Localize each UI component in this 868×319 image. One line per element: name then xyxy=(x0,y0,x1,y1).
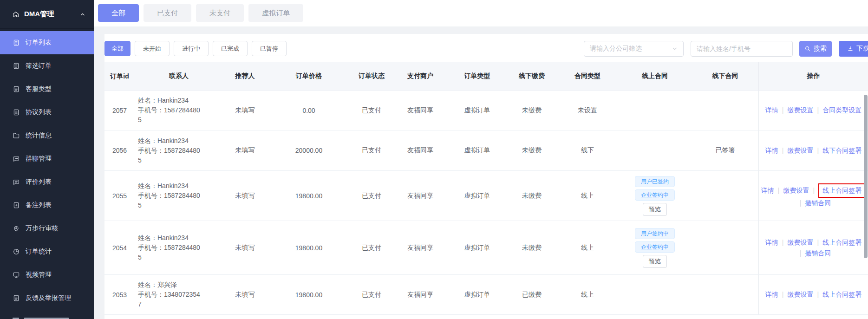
sidebar-item-群聊管理[interactable]: 群聊管理 xyxy=(0,147,94,170)
filter-button-全部[interactable]: 全部 xyxy=(104,41,131,56)
tab-虚拟订单[interactable]: 虚拟订单 xyxy=(248,4,303,22)
action-line: 详情|缴费设置|线上合同签署 xyxy=(765,237,861,248)
search-button[interactable]: 搜索 xyxy=(799,41,832,57)
offline-contract-cell: 已签署 xyxy=(692,130,758,170)
status-badge: 企业签约中 xyxy=(635,189,675,201)
action-link-缴费设置[interactable]: 缴费设置 xyxy=(788,289,814,300)
action-link-详情[interactable]: 详情 xyxy=(765,105,778,116)
status-cell: 已支付 xyxy=(351,275,392,314)
action-link-撤销合同[interactable]: 撤销合同 xyxy=(805,248,831,259)
contact-cell: 姓名：Hankin234手机号：15872844805 xyxy=(135,221,223,274)
tab-未支付[interactable]: 未支付 xyxy=(196,4,244,22)
chevron-up-icon xyxy=(79,11,86,18)
referrer-cell: 未填写 xyxy=(223,221,267,274)
sidebar-item-筛选订单[interactable]: 筛选订单 xyxy=(0,54,94,78)
sidebar-item-label: 视频管理 xyxy=(26,271,52,279)
contact-cell: 姓名：Hankin234手机号：15872844805 xyxy=(135,171,223,221)
action-link-线上合同签署[interactable]: 线上合同签署 xyxy=(822,289,861,300)
status-cell: 已支付 xyxy=(351,91,392,130)
sidebar-item-备注列表[interactable]: 备注列表 xyxy=(0,194,94,217)
table-row: 2055姓名：Hankin234手机号：15872844805未填写19800.… xyxy=(104,171,868,221)
sidebar-item-label: 万步行审核 xyxy=(26,224,58,233)
sidebar-item-反馈及举报管理[interactable]: 反馈及举报管理 xyxy=(0,286,94,310)
sidebar-item-label: 反馈及举报管理 xyxy=(26,294,71,302)
highlight-box: 线上合同签署 xyxy=(818,183,866,198)
action-line: 详情|缴费设置|合同类型设置 xyxy=(765,105,861,116)
sidebar-app-header[interactable]: DMA管理 xyxy=(0,0,94,29)
sidebar-item-视频管理[interactable]: 视频管理 xyxy=(0,263,94,286)
column-header-线下合同: 线下合同 xyxy=(692,62,758,90)
contract-type-cell: 线上 xyxy=(557,221,618,274)
folder-icon xyxy=(13,132,20,139)
sidebar-item-评价列表[interactable]: 评价列表 xyxy=(0,170,94,194)
keyword-input[interactable] xyxy=(691,41,793,57)
action-line: |撤销合同 xyxy=(796,248,831,259)
tab-已支付[interactable]: 已支付 xyxy=(144,4,191,22)
company-filter-select[interactable]: 请输入分公司筛选 xyxy=(584,41,684,57)
preview-button[interactable]: 预览 xyxy=(643,255,667,268)
action-link-缴费设置[interactable]: 缴费设置 xyxy=(788,145,814,156)
filter-button-已暂停[interactable]: 已暂停 xyxy=(252,41,287,56)
actions-cell: 详情|缴费设置|线上合同签署|撤销合同 xyxy=(758,171,868,221)
sidebar-item-label: 订单统计 xyxy=(26,247,52,256)
table-row: 2053姓名：郑兴泽手机号：13480723547未填写19800.00已支付友… xyxy=(104,275,868,315)
order-type-cell: 虚拟订单 xyxy=(448,130,506,170)
action-separator: | xyxy=(817,289,819,300)
filter-button-未开始[interactable]: 未开始 xyxy=(135,41,170,56)
price-cell: 19800.00 xyxy=(267,221,351,274)
action-link-详情[interactable]: 详情 xyxy=(765,237,778,248)
offline-contract-cell xyxy=(692,91,758,130)
order-type-cell: 虚拟订单 xyxy=(448,275,506,314)
offline-contract-cell xyxy=(692,275,758,314)
actions-cell: 详情|缴费设置|线下合同签署 xyxy=(758,130,868,170)
column-header-label: 订单id xyxy=(110,72,130,81)
sidebar-item-订单统计[interactable]: 订单统计 xyxy=(0,240,94,263)
sidebar-item-label: 备注列表 xyxy=(26,201,52,209)
table-row: 2057姓名：Hankin234手机号：15872844805未填写0.00已支… xyxy=(104,91,868,130)
filter-button-进行中[interactable]: 进行中 xyxy=(174,41,209,56)
action-link-线上合同签署[interactable]: 线上合同签署 xyxy=(822,237,861,248)
preview-button[interactable]: 预览 xyxy=(643,203,667,216)
action-separator: | xyxy=(782,289,784,300)
action-link-详情[interactable]: 详情 xyxy=(765,145,778,156)
table-body: 2057姓名：Hankin234手机号：15872844805未填写0.00已支… xyxy=(104,91,868,315)
app-title: DMA管理 xyxy=(24,10,54,19)
online-contract-cell xyxy=(618,130,692,170)
filter-button-已完成[interactable]: 已完成 xyxy=(213,41,248,56)
sidebar-item-订单列表[interactable]: 订单列表 xyxy=(0,31,94,54)
action-link-详情[interactable]: 详情 xyxy=(765,289,778,300)
status-cell: 已支付 xyxy=(351,171,392,221)
action-link-详情[interactable]: 详情 xyxy=(761,185,774,196)
action-link-线上合同签署[interactable]: 线上合同签署 xyxy=(822,187,861,194)
contact-lines: 姓名：Hankin234手机号：15872844805 xyxy=(138,233,200,262)
sidebar-item-协议列表[interactable]: 协议列表 xyxy=(0,101,94,124)
download-button[interactable]: 下载 xyxy=(839,41,868,57)
column-header-推荐人: 推荐人 xyxy=(223,62,267,90)
action-link-撤销合同[interactable]: 撤销合同 xyxy=(805,198,831,208)
action-link-缴费设置[interactable]: 缴费设置 xyxy=(783,185,809,196)
offline-payment-cell: 未缴费 xyxy=(506,91,557,130)
document-plus-icon xyxy=(13,202,20,209)
action-link-缴费设置[interactable]: 缴费设置 xyxy=(788,105,814,116)
order-type-cell: 虚拟订单 xyxy=(448,91,506,130)
order-id: 2054 xyxy=(104,221,135,274)
offline-payment-cell: 已缴费 xyxy=(506,275,557,314)
price-cell: 19800.00 xyxy=(267,171,351,221)
action-separator: | xyxy=(782,145,784,156)
pie-chart-icon xyxy=(13,248,20,255)
status-badge: 用户已签约 xyxy=(635,176,675,187)
action-link-合同类型设置[interactable]: 合同类型设置 xyxy=(822,105,861,116)
sidebar-item-客服类型[interactable]: 客服类型 xyxy=(0,78,94,101)
action-separator: | xyxy=(782,105,784,116)
tab-全部[interactable]: 全部 xyxy=(98,4,139,22)
order-id: 2053 xyxy=(104,275,135,314)
column-header-线下缴费: 线下缴费 xyxy=(506,62,557,90)
sidebar-item-统计信息[interactable]: 统计信息 xyxy=(0,124,94,147)
contact-lines: 姓名：Hankin234手机号：15872844805 xyxy=(138,181,200,210)
vertical-scrollbar[interactable] xyxy=(864,95,868,258)
action-separator: | xyxy=(817,105,819,116)
action-link-线下合同签署[interactable]: 线下合同签署 xyxy=(822,145,861,156)
sidebar-item-万步行审核[interactable]: 万步行审核 xyxy=(0,217,94,240)
action-link-缴费设置[interactable]: 缴费设置 xyxy=(788,237,814,248)
sidebar-item-label: 统计信息 xyxy=(26,131,52,140)
